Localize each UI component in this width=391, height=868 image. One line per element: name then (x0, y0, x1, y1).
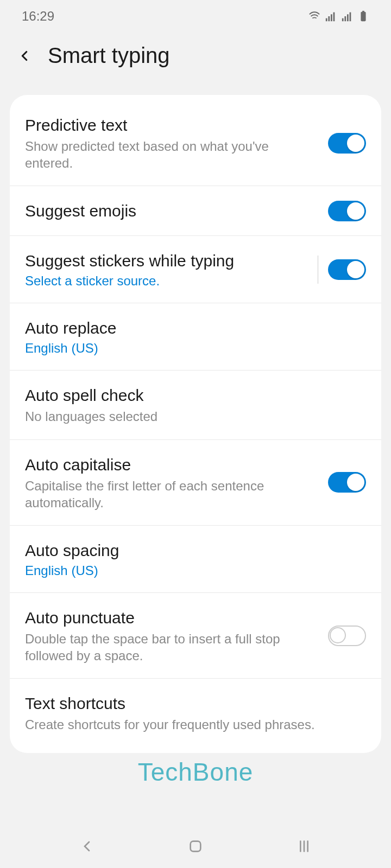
status-time: 16:29 (22, 9, 54, 24)
back-icon[interactable] (16, 48, 33, 64)
row-title: Auto replace (25, 317, 357, 339)
auto-capitalise-row[interactable]: Auto capitalise Capitalise the first let… (10, 440, 381, 526)
auto-capitalise-toggle[interactable] (328, 472, 366, 493)
svg-rect-2 (331, 14, 332, 21)
signal-icon-2 (341, 10, 353, 22)
nav-recents-icon[interactable] (295, 838, 313, 855)
row-title: Auto spacing (25, 540, 357, 561)
status-bar: 16:29 (0, 0, 391, 33)
svg-rect-10 (191, 841, 201, 852)
row-title: Auto spell check (25, 385, 357, 406)
row-title: Suggest emojis (25, 200, 319, 221)
settings-card: Predictive text Show predicted text base… (10, 95, 381, 753)
row-sub: Create shortcuts for your frequently use… (25, 716, 357, 733)
svg-rect-3 (333, 12, 335, 21)
row-sub: No languages selected (25, 408, 357, 425)
row-link[interactable]: Select a sticker source. (25, 273, 309, 289)
page-title: Smart typing (48, 43, 170, 68)
row-title: Text shortcuts (25, 693, 357, 714)
app-header: Smart typing (0, 33, 391, 95)
status-icons (308, 10, 369, 22)
suggest-stickers-toggle[interactable] (328, 259, 366, 280)
svg-rect-8 (361, 12, 365, 21)
row-title: Suggest stickers while typing (25, 250, 309, 271)
row-title: Auto punctuate (25, 607, 319, 628)
nav-bar (0, 825, 391, 868)
suggest-stickers-row[interactable]: Suggest stickers while typing Select a s… (10, 236, 381, 303)
row-link: English (US) (25, 563, 357, 578)
row-sub: Show predicted text based on what you've… (25, 138, 319, 171)
svg-rect-4 (342, 18, 344, 21)
predictive-text-row[interactable]: Predictive text Show predicted text base… (10, 100, 381, 186)
svg-rect-6 (347, 14, 349, 21)
suggest-emojis-row[interactable]: Suggest emojis (10, 186, 381, 236)
signal-icon (325, 10, 337, 22)
row-link: English (US) (25, 341, 357, 356)
watermark: TechBone (138, 757, 254, 787)
row-sub: Capitalise the first letter of each sent… (25, 477, 319, 511)
wifi-icon (308, 10, 320, 22)
svg-rect-5 (344, 16, 346, 21)
nav-back-icon[interactable] (78, 838, 96, 855)
auto-punctuate-toggle[interactable] (328, 626, 366, 646)
battery-icon (357, 10, 369, 22)
predictive-text-toggle[interactable] (328, 133, 366, 154)
svg-rect-9 (362, 11, 364, 12)
text-shortcuts-row[interactable]: Text shortcuts Create shortcuts for your… (10, 679, 381, 747)
auto-spacing-row[interactable]: Auto spacing English (US) (10, 526, 381, 593)
suggest-emojis-toggle[interactable] (328, 201, 366, 221)
auto-spell-check-row[interactable]: Auto spell check No languages selected (10, 371, 381, 439)
row-sub: Double tap the space bar to insert a ful… (25, 630, 319, 664)
row-title: Auto capitalise (25, 454, 319, 475)
svg-rect-7 (350, 12, 351, 21)
svg-rect-0 (326, 18, 327, 21)
auto-replace-row[interactable]: Auto replace English (US) (10, 303, 381, 371)
svg-rect-1 (328, 16, 330, 21)
row-title: Predictive text (25, 114, 319, 136)
divider-line (318, 256, 318, 284)
nav-home-icon[interactable] (187, 838, 204, 855)
auto-punctuate-row[interactable]: Auto punctuate Double tap the space bar … (10, 593, 381, 679)
